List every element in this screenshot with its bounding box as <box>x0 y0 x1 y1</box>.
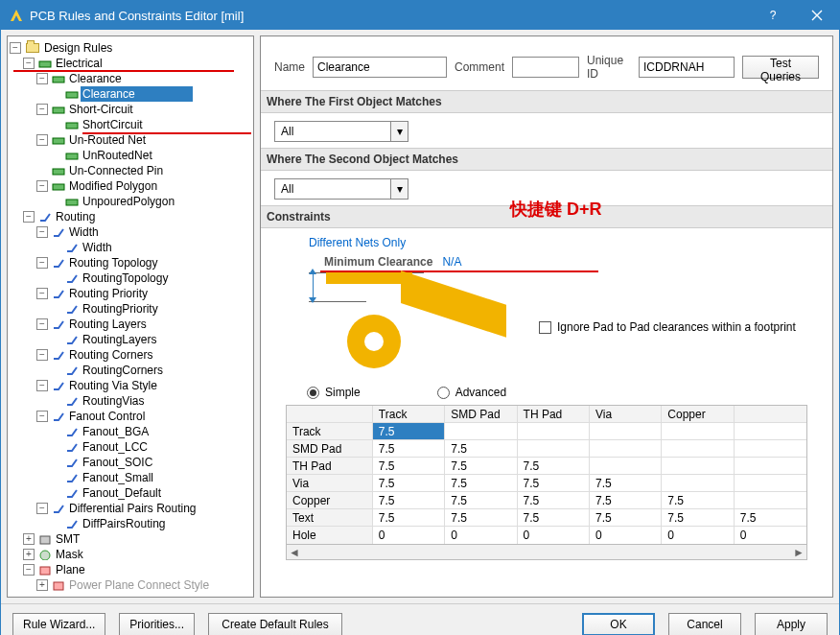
tree-node-fanout-group[interactable]: −Fanout Control <box>10 409 251 424</box>
grid-cell[interactable]: 7.5 <box>445 492 517 508</box>
second-scope-select[interactable]: All ▾ <box>274 178 408 200</box>
grid-cell[interactable]: 0 <box>735 527 806 544</box>
grid-cell[interactable]: 7.5 <box>518 492 590 508</box>
grid-cell[interactable]: 7.5 <box>590 492 662 508</box>
grid-cell[interactable] <box>735 440 806 457</box>
grid-cell[interactable] <box>662 458 734 474</box>
tree-node-fanout-soic[interactable]: Fanout_SOIC <box>10 455 251 470</box>
tree-node-rtopo-group[interactable]: −Routing Topology <box>10 255 251 270</box>
scroll-right-icon[interactable]: ► <box>793 546 805 559</box>
grid-cell[interactable]: 7.5 <box>590 475 662 491</box>
tree-node-clearance-group[interactable]: −Clearance <box>10 71 251 86</box>
tree-node-short-group[interactable]: −Short-Circuit <box>10 102 251 117</box>
comment-input[interactable] <box>512 57 579 78</box>
expander-icon[interactable]: − <box>23 211 35 223</box>
grid-cell[interactable]: 7.5 <box>445 509 517 526</box>
grid-cell[interactable] <box>590 458 662 474</box>
expander-icon[interactable]: − <box>36 349 48 361</box>
name-input[interactable] <box>313 57 447 78</box>
grid-cell[interactable]: 7.5 <box>373 492 445 508</box>
expander-icon[interactable]: − <box>23 564 35 576</box>
help-button[interactable]: ? <box>751 1 795 30</box>
grid-cell[interactable]: 7.5 <box>445 440 517 457</box>
grid-cell[interactable] <box>662 440 734 457</box>
expander-icon[interactable]: − <box>10 42 21 54</box>
grid-cell[interactable]: 7.5 <box>445 458 517 474</box>
expander-icon[interactable]: − <box>36 226 48 238</box>
grid-cell[interactable]: 0 <box>518 527 590 544</box>
grid-row[interactable]: TH Pad7.57.57.5 <box>287 458 806 475</box>
tree-node-short-rule[interactable]: ShortCircuit <box>10 117 251 132</box>
min-clearance-value[interactable]: N/A <box>442 255 461 269</box>
grid-cell[interactable]: 7.5 <box>662 509 734 526</box>
tree-node-rlayers-rule[interactable]: RoutingLayers <box>10 332 251 347</box>
grid-cell[interactable] <box>662 475 734 491</box>
tree-node-fanout-bga[interactable]: Fanout_BGA <box>10 424 251 439</box>
tree-node-diffpair-rule[interactable]: DiffPairsRouting <box>10 516 251 531</box>
grid-cell[interactable]: 7.5 <box>373 423 445 439</box>
test-queries-button[interactable]: Test Queries <box>742 56 819 79</box>
expander-icon[interactable]: + <box>36 579 48 591</box>
tree-node-rvia-group[interactable]: −Routing Via Style <box>10 378 251 393</box>
grid-cell[interactable] <box>590 440 662 457</box>
grid-cell[interactable]: 7.5 <box>445 475 517 491</box>
tree-node-rvia-rule[interactable]: RoutingVias <box>10 393 251 409</box>
expander-icon[interactable]: − <box>36 288 48 299</box>
tree-node-ppcs[interactable]: +Power Plane Connect Style <box>10 577 251 593</box>
tree-node-rtopo-rule[interactable]: RoutingTopology <box>10 270 251 286</box>
expander-icon[interactable]: − <box>36 73 48 84</box>
tree-node-rcorners-group[interactable]: −Routing Corners <box>10 347 251 363</box>
grid-cell[interactable]: 7.5 <box>518 475 590 491</box>
grid-cell[interactable]: 7.5 <box>373 509 445 526</box>
different-nets-link[interactable]: Different Nets Only <box>309 236 807 249</box>
tree-node-routing[interactable]: −Routing <box>10 209 251 224</box>
expander-icon[interactable]: − <box>23 58 35 69</box>
grid-cell[interactable] <box>590 423 662 439</box>
uniqueid-input[interactable] <box>639 57 735 78</box>
grid-row[interactable]: Copper7.57.57.57.57.5 <box>287 492 806 509</box>
tree-node-mask[interactable]: +Mask <box>10 547 251 562</box>
mode-advanced-radio[interactable]: Advanced <box>437 386 506 399</box>
tree-node-unconnected[interactable]: Un-Connected Pin <box>10 163 251 178</box>
expander-icon[interactable]: − <box>36 318 48 330</box>
grid-cell[interactable] <box>662 423 734 439</box>
tree-node-rlayers-group[interactable]: −Routing Layers <box>10 317 251 332</box>
grid-cell[interactable] <box>735 492 806 508</box>
tree-node-unrouted-group[interactable]: −Un-Routed Net <box>10 132 251 148</box>
ok-button[interactable]: OK <box>582 613 655 636</box>
tree-node-fanout-lcc[interactable]: Fanout_LCC <box>10 439 251 455</box>
grid-cell[interactable]: 0 <box>373 527 445 544</box>
tree-node-diffpair-group[interactable]: −Differential Pairs Routing <box>10 501 251 516</box>
first-scope-select[interactable]: All ▾ <box>274 121 408 142</box>
grid-cell[interactable]: 0 <box>445 527 517 544</box>
tree-node-modpoly-group[interactable]: −Modified Polygon <box>10 178 251 194</box>
create-default-rules-button[interactable]: Create Default Rules <box>208 613 342 636</box>
grid-row[interactable]: Via7.57.57.57.5 <box>287 475 806 492</box>
grid-cell[interactable] <box>445 423 517 439</box>
grid-cell[interactable]: 7.5 <box>735 509 806 526</box>
grid-cell[interactable] <box>735 423 806 439</box>
tree-node-rprio-rule[interactable]: RoutingPriority <box>10 301 251 317</box>
tree-node-rprio-group[interactable]: −Routing Priority <box>10 286 251 301</box>
tree-node-electrical[interactable]: −Electrical <box>10 56 251 71</box>
grid-cell[interactable]: 7.5 <box>518 458 590 474</box>
rule-wizard-button[interactable]: Rule Wizard... <box>12 613 105 636</box>
rules-tree[interactable]: −Design Rules −Electrical −Clearance Cle… <box>8 36 253 597</box>
cancel-button[interactable]: Cancel <box>668 613 741 636</box>
apply-button[interactable]: Apply <box>755 613 828 636</box>
expander-icon[interactable]: − <box>36 104 48 115</box>
expander-icon[interactable]: + <box>23 533 35 545</box>
tree-node-rcorners-rule[interactable]: RoutingCorners <box>10 363 251 378</box>
tree-node-fanout-small[interactable]: Fanout_Small <box>10 470 251 485</box>
priorities-button[interactable]: Priorities... <box>119 613 195 636</box>
grid-cell[interactable] <box>735 475 806 491</box>
grid-row[interactable]: Text7.57.57.57.57.57.5 <box>287 509 806 527</box>
tree-node-smt[interactable]: +SMT <box>10 531 251 547</box>
grid-cell[interactable] <box>735 458 806 474</box>
grid-cell[interactable]: 0 <box>662 527 734 544</box>
grid-cell[interactable]: 7.5 <box>590 509 662 526</box>
grid-cell[interactable]: 7.5 <box>373 475 445 491</box>
tree-node-clearance-rule[interactable]: Clearance <box>10 86 251 102</box>
tree-node-modpoly-rule[interactable]: UnpouredPolygon <box>10 194 251 209</box>
tree-node-design-rules[interactable]: −Design Rules <box>10 40 251 56</box>
